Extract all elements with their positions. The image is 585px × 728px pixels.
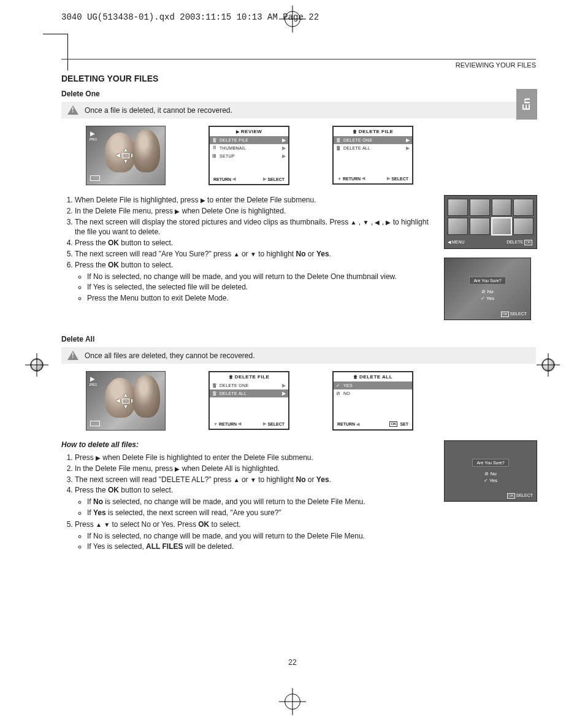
menu-item-setup: ⊞SETUP▶: [210, 152, 288, 160]
delete-all-menu: 🗑 DELETE ALL ✓YES ⊘NO RETURN ◀OK SET: [332, 371, 413, 431]
up-arrow-icon: ▲: [234, 476, 240, 483]
confirm-title: Are You Sure?: [469, 277, 505, 285]
warning-box: Once all files are deleted, they cannot …: [61, 347, 536, 364]
step: Press ▲ ▼ to select No or Yes. Press OK …: [75, 519, 536, 552]
left-arrow-icon: ◀: [375, 218, 380, 225]
registration-mark-top: [285, 11, 300, 27]
down-arrow-icon: ▼: [250, 251, 256, 258]
page-number: 22: [288, 658, 296, 667]
review-menu: ▶ REVIEW 🗑DELETE FILE▶ ⠿THUMBNAIL▶ ⊞SETU…: [208, 126, 289, 185]
menu-title: ▶ REVIEW: [210, 127, 288, 136]
right-arrow-icon: ▶: [96, 454, 101, 461]
confirm-panel-2: Are You Sure? ⊘ No ✓ Yes OKSELECT: [444, 440, 537, 502]
right-column-1: ◀ MENU DELETE OK Are You Sure? ⊘ No ✓ Ye…: [444, 195, 536, 329]
menu-title: 🗑 DELETE FILE: [334, 127, 412, 136]
battery-icon: [90, 421, 100, 426]
confirm-no: ⊘ No: [484, 471, 496, 477]
menu-title: 🗑 DELETE FILE: [210, 372, 288, 381]
confirm-select: OKSELECT: [501, 312, 527, 317]
thumb: [448, 218, 468, 235]
battery-icon: [90, 175, 100, 181]
trash-icon: 🗑: [336, 137, 341, 143]
registration-mark-bottom: [285, 694, 300, 710]
menu-item-delete-one: 🗑DELETE ONE▶: [210, 381, 288, 389]
down-arrow-icon: ▼: [362, 218, 369, 225]
play-icon: ▶: [90, 375, 95, 382]
play-icon: ▶: [90, 130, 95, 137]
thumbnail-panel: ◀ MENU DELETE OK: [444, 195, 537, 249]
subsection-delete-all: Delete All: [61, 335, 536, 343]
thumb: [448, 199, 468, 216]
language-tab: En: [516, 89, 537, 120]
menu-title: 🗑 DELETE ALL: [334, 372, 412, 381]
menu-item-no: ⊘NO: [334, 389, 412, 397]
right-column-2: Are You Sure? ⊘ No ✓ Yes OKSELECT: [444, 440, 536, 510]
thumb: [470, 199, 490, 216]
thumb: [513, 218, 533, 235]
jpeg-label: JPEG: [89, 137, 97, 141]
grid-icon: ⠿: [212, 145, 217, 151]
delete-file-menu: 🗑 DELETE FILE 🗑DELETE ONE▶ 🗑DELETE ALL▶ …: [332, 126, 413, 185]
confirm-yes: ✓ Yes: [484, 478, 497, 483]
trash-icon: 🗑: [212, 383, 217, 388]
menu-item-delete-all: 🗑DELETE ALL▶: [210, 389, 288, 397]
nav-pad: ▲ ◀ OK ▶ ▼: [116, 393, 136, 410]
thumb: [513, 199, 533, 216]
delete-label: DELETE OK: [507, 240, 533, 245]
content-area: REVIEWING YOUR FILES En DELETING YOUR FI…: [61, 59, 536, 556]
registration-mark-left: [28, 356, 46, 374]
figure-row-2: ▶ JPEG ▲ ◀ OK ▶ ▼ 🗑 DELETE FILE 🗑DELETE …: [86, 371, 536, 431]
check-icon: ✓: [336, 383, 341, 388]
up-arrow-icon: ▲: [351, 218, 357, 225]
setup-icon: ⊞: [212, 153, 217, 159]
warning-box: Once a file is deleted, it cannot be rec…: [61, 102, 536, 118]
subsection-delete-one: Delete One: [61, 90, 536, 98]
menu-item-thumbnail: ⠿THUMBNAIL▶: [210, 144, 288, 152]
trash-icon: 🗑: [336, 145, 341, 151]
thumb-selected: [492, 218, 512, 235]
nav-pad: ▲ ◀ OK ▶ ▼: [116, 147, 136, 164]
bullet: If Yes is selected, ALL FILES will be de…: [87, 542, 536, 552]
confirm-no: ⊘ No: [481, 289, 493, 294]
up-arrow-icon: ▲: [96, 521, 102, 528]
figure-row-1: ▶ JPEG ▲ ◀ OK ▶ ▼ ▶ REVIEW 🗑DELETE FILE▶…: [86, 126, 536, 185]
warning-text: Once a file is deleted, it cannot be rec…: [85, 106, 232, 115]
crop-mark-h: [43, 34, 67, 34]
trash-icon: 🗑: [212, 137, 217, 143]
jpeg-label: JPEG: [89, 383, 97, 386]
menu-label: ◀ MENU: [448, 240, 465, 245]
down-arrow-icon: ▼: [104, 521, 110, 528]
warning-icon: [67, 351, 78, 360]
confirm-select: OKSELECT: [507, 493, 533, 499]
registration-mark-right: [539, 356, 557, 374]
section-header: REVIEWING YOUR FILES: [61, 59, 536, 69]
bullet: If No is selected, no change will be mad…: [87, 531, 536, 542]
warning-icon: [67, 105, 78, 115]
page-title: DELETING YOUR FILES: [61, 74, 536, 83]
cancel-icon: ⊘: [336, 391, 341, 396]
menu-item-delete-all: 🗑DELETE ALL▶: [334, 144, 412, 152]
thumb: [492, 199, 512, 216]
trash-icon: 🗑: [212, 391, 217, 396]
thumb: [470, 218, 490, 235]
camera-photo-preview: ▶ JPEG ▲ ◀ OK ▶ ▼: [86, 126, 166, 185]
menu-item-delete-file: 🗑DELETE FILE▶: [210, 136, 288, 144]
warning-text: Once all files are deleted, they cannot …: [85, 351, 255, 360]
page: 3040 UG(513438-01).qxd 2003:11:15 10:13 …: [0, 0, 585, 728]
menu-item-delete-one: 🗑DELETE ONE▶: [334, 136, 412, 144]
camera-photo-preview: ▶ JPEG ▲ ◀ OK ▶ ▼: [86, 371, 166, 431]
confirm-panel: Are You Sure? ⊘ No ✓ Yes OKSELECT: [444, 258, 531, 320]
down-arrow-icon: ▼: [250, 476, 256, 483]
confirm-title: Are You Sure?: [472, 459, 508, 467]
menu-item-yes: ✓YES: [334, 381, 412, 389]
confirm-yes: ✓ Yes: [481, 296, 494, 301]
crop-mark-v: [67, 34, 68, 71]
right-arrow-icon: ▶: [201, 197, 205, 204]
up-arrow-icon: ▲: [234, 251, 240, 258]
delete-file-menu: 🗑 DELETE FILE 🗑DELETE ONE▶ 🗑DELETE ALL▶ …: [208, 371, 289, 430]
